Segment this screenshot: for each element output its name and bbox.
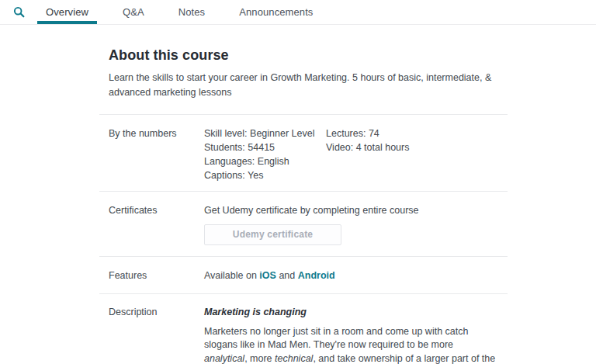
about-section: About this course Learn the skills to st… (109, 25, 498, 114)
features-text-and: and (276, 270, 298, 281)
certificates-label: Certificates (109, 203, 204, 245)
stat-languages: Languages: English (204, 154, 326, 168)
stat-skill-level: Skill level: Beginner Level (204, 127, 326, 140)
by-the-numbers-stats: Skill level: Beginner Level Students: 54… (204, 127, 498, 182)
overview-content: About this course Learn the skills to st… (99, 25, 508, 364)
certificates-text: Get Udemy certificate by completing enti… (204, 203, 498, 217)
certificates-content: Get Udemy certificate by completing enti… (204, 203, 498, 245)
course-subtitle: Learn the skills to start your career in… (109, 71, 498, 100)
search-button[interactable] (13, 0, 25, 24)
search-icon (13, 6, 25, 18)
description-content: Marketing is changing Marketers no longe… (204, 305, 498, 364)
italic-analytical: analytical (204, 353, 244, 364)
tab-overview[interactable]: Overview (37, 0, 97, 24)
udemy-certificate-button[interactable]: Udemy certificate (204, 224, 341, 245)
features-text-prefix: Available on (204, 270, 259, 281)
by-the-numbers-row: By the numbers Skill level: Beginner Lev… (109, 115, 498, 191)
tab-notes[interactable]: Notes (170, 0, 213, 24)
by-the-numbers-label: By the numbers (109, 127, 204, 182)
course-overview-page: Overview Q&A Notes Announcements About t… (0, 0, 596, 364)
italic-technical: technical (275, 353, 313, 364)
stat-lectures: Lectures: 74 (326, 127, 498, 140)
stats-column-1: Skill level: Beginner Level Students: 54… (204, 127, 326, 182)
certificates-row: Certificates Get Udemy certificate by co… (109, 192, 498, 256)
stat-captions: Captions: Yes (204, 168, 326, 182)
description-heading: Marketing is changing (204, 305, 498, 319)
stat-video: Video: 4 total hours (326, 140, 498, 154)
features-label: Features (109, 269, 204, 283)
tab-announcements[interactable]: Announcements (230, 0, 321, 24)
tab-list: Overview Q&A Notes Announcements (37, 0, 321, 24)
tab-qa[interactable]: Q&A (114, 0, 153, 24)
android-link[interactable]: Android (298, 270, 335, 281)
description-row: Description Marketing is changing Market… (109, 294, 498, 364)
description-label: Description (109, 305, 204, 364)
page-title: About this course (109, 47, 498, 64)
features-row: Features Available on iOS and Android (109, 257, 498, 293)
ios-link[interactable]: iOS (259, 270, 276, 281)
stat-students: Students: 54415 (204, 140, 326, 154)
stats-column-2: Lectures: 74 Video: 4 total hours (326, 127, 498, 182)
features-content: Available on iOS and Android (204, 269, 498, 283)
course-tabbar: Overview Q&A Notes Announcements (0, 0, 596, 25)
description-paragraph: Marketers no longer just sit in a room a… (204, 325, 498, 364)
